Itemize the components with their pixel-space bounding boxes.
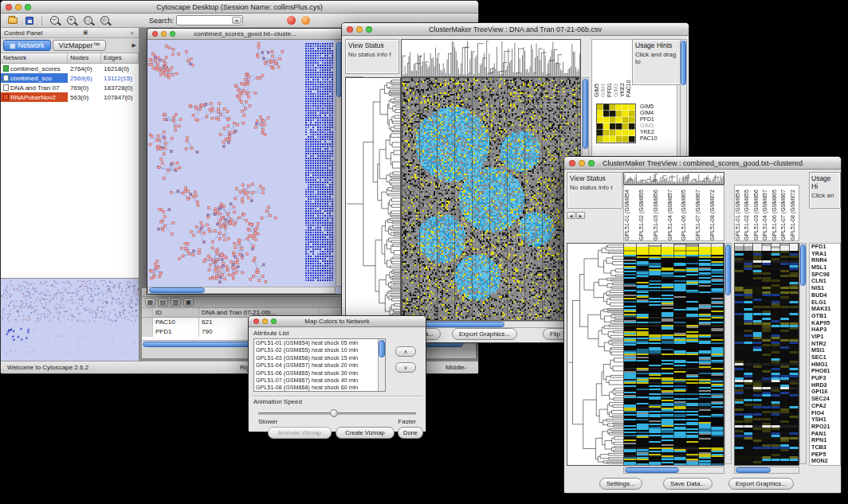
open-session-button[interactable]	[6, 14, 20, 26]
attribute-list-item[interactable]: GPL51-03 (GSM856) heat shock 15 min	[254, 354, 385, 361]
move-down-button[interactable]: ∨	[395, 362, 416, 373]
minimize-button[interactable]	[161, 31, 167, 37]
network-list-item[interactable]: RNAPuberNov2 563(0) 107847(0)	[1, 92, 139, 102]
minimize-button[interactable]	[356, 26, 363, 33]
tab-vizmapper[interactable]: VizMapper™	[53, 40, 107, 51]
network-overview[interactable]	[1, 278, 139, 361]
scrollbar-thumb[interactable]	[681, 41, 686, 85]
gene-row-label[interactable]: GIM4	[640, 110, 658, 116]
row-dendrogram[interactable]	[345, 77, 401, 321]
search-input[interactable]: ▼	[176, 15, 243, 25]
network-name-cell[interactable]: combined_sco	[1, 73, 68, 83]
minimize-button[interactable]	[579, 160, 585, 166]
gene-row-label[interactable]: GIM5	[640, 104, 658, 110]
attribute-list-item[interactable]: GPL51-01 (GSM854) heat shock 05 min	[254, 339, 385, 346]
gene-row-label[interactable]: YKE2	[640, 129, 658, 135]
scrollbar-thumb[interactable]	[625, 467, 679, 473]
column-dendrogram[interactable]	[401, 39, 581, 77]
zoom-selected-button[interactable]: □	[80, 14, 95, 26]
zoom-heatmap[interactable]	[734, 243, 799, 466]
array-column-label[interactable]: GPL51-08 (GSM872	[790, 186, 799, 240]
zoom-fit-button[interactable]: ⌂	[97, 14, 112, 26]
horizontal-scrollbar[interactable]	[147, 287, 336, 294]
attribute-list[interactable]: GPL51-01 (GSM854) heat shock 05 minGPL51…	[253, 338, 386, 392]
export-graphics-button[interactable]: Export Graphics...	[452, 328, 517, 340]
gene-row-label[interactable]: GIM3	[640, 123, 658, 129]
network-name-cell[interactable]: combined_scores	[1, 64, 68, 73]
attribute-list-item[interactable]: GPL51-07 (GSM867) heat shock 40 min	[254, 377, 385, 384]
attribute-list-item[interactable]: GPL51-06 (GSM865) heat shock 30 min	[254, 369, 385, 377]
array-column-label[interactable]: GPL51-02 (GSM855	[744, 186, 752, 240]
zoom-in-button[interactable]: +	[64, 14, 78, 26]
nav-right-button[interactable]: ▶	[576, 212, 585, 219]
zoom-button[interactable]	[271, 318, 277, 324]
array-column-label[interactable]: GPL51-01 (GSM854	[624, 186, 638, 240]
network-name-cell[interactable]: DNA and Tran 07	[1, 83, 68, 92]
close-panel-icon[interactable]: ×	[128, 30, 135, 36]
animate-vizmap-button[interactable]: Animate Vizmap	[268, 427, 332, 439]
scrollbar-thumb[interactable]	[379, 340, 385, 357]
minimize-button[interactable]	[15, 4, 22, 10]
attribute-list-item[interactable]: GPL51-08 (GSM868) heat shock 60 min	[254, 384, 385, 391]
network-list-item[interactable]: combined_scores 2764(0) 16218(0)	[1, 64, 139, 73]
dialog-titlebar[interactable]: Map Colors to Network	[249, 316, 426, 327]
treeview-combined-titlebar[interactable]: ClusterMaker TreeView : combined_scores_…	[564, 157, 841, 170]
gene-column-label[interactable]: GIM4	[600, 49, 607, 97]
gene-row-label[interactable]: PAC10	[640, 135, 658, 142]
save-data-button[interactable]: Save Data...	[663, 478, 713, 490]
scrollbar-thumb[interactable]	[736, 467, 771, 473]
create-attribute-button[interactable]: ▤	[158, 298, 168, 307]
scrollbar-thumb[interactable]	[149, 287, 205, 293]
array-column-label[interactable]: GPL51-04 (GSM857	[667, 186, 681, 240]
array-column-label[interactable]: GPL51-08 (GSM872	[709, 186, 724, 240]
zoom-button[interactable]	[366, 26, 372, 33]
gene-column-label[interactable]: GIM5	[594, 49, 600, 97]
horizontal-scrollbar[interactable]	[623, 467, 724, 474]
done-button[interactable]: Done	[398, 427, 423, 439]
zoom-button[interactable]	[170, 31, 175, 37]
attribute-function-button[interactable]: ▣	[183, 298, 194, 307]
vertical-scrollbar[interactable]	[724, 243, 732, 464]
create-vizmap-button[interactable]: Create Vizmap	[336, 427, 395, 439]
network-view-titlebar[interactable]: combined_scores_good.txt--cluste...	[147, 29, 343, 40]
nav-left-button[interactable]: ◀	[567, 212, 575, 219]
array-column-label[interactable]: GPL51-01 (GSM854	[735, 186, 744, 240]
network-name-cell[interactable]: RNAPuberNov2	[1, 92, 68, 102]
scrollbar-thumb[interactable]	[725, 244, 731, 295]
array-column-label[interactable]: GPL51-06 (GSM865	[771, 186, 780, 240]
combo-arrow-icon[interactable]: ▼	[232, 17, 241, 24]
tab-network[interactable]: ▦ Network	[3, 40, 51, 51]
correlation-matrix[interactable]	[596, 104, 636, 143]
network-canvas[interactable]	[147, 40, 336, 287]
gene-column-label[interactable]: PFD1	[607, 49, 613, 97]
column-id[interactable]: ID	[153, 308, 199, 317]
vertical-scrollbar[interactable]	[799, 243, 807, 464]
export-graphics-button[interactable]: Export Graphics...	[728, 478, 794, 490]
close-button[interactable]	[152, 31, 158, 37]
treeview-dna-titlebar[interactable]: ClusterMaker TreeView : DNA and Tran 07-…	[342, 23, 689, 36]
tab-overflow-button[interactable]: ▶	[132, 42, 136, 49]
attribute-list-item[interactable]: GPL51-04 (GSM857) heat shock 20 min	[254, 361, 385, 369]
gene-row-label[interactable]: PFD1	[640, 116, 658, 123]
horizontal-scrollbar[interactable]	[734, 467, 799, 474]
network-list-item[interactable]: combined_sco 2569(6) 13112(15)	[1, 73, 139, 83]
warning-indicator-icon[interactable]	[301, 16, 310, 25]
column-edges[interactable]: Edges	[101, 53, 139, 63]
array-column-label[interactable]: GPL51-07 (GSM867	[780, 186, 789, 240]
gene-column-label[interactable]: GIM3	[613, 49, 619, 97]
horizontal-scrollbar[interactable]	[401, 321, 581, 328]
delete-attribute-button[interactable]: ▥	[171, 298, 181, 307]
zoom-button[interactable]	[588, 160, 595, 166]
animation-speed-slider[interactable]	[258, 409, 416, 417]
array-column-label[interactable]: GPL51-03 (GSM856	[653, 186, 667, 240]
scrollbar-thumb[interactable]	[583, 79, 588, 149]
array-column-label[interactable]: GPL51-03 (GSM856	[753, 186, 762, 240]
gene-column-label[interactable]: YKE2	[619, 49, 626, 97]
zoom-out-button[interactable]: −	[47, 14, 61, 26]
column-dendrogram[interactable]	[623, 172, 724, 185]
close-button[interactable]	[347, 26, 353, 33]
error-indicator-icon[interactable]	[287, 16, 296, 25]
network-list-item[interactable]: DNA and Tran 07 769(0) 183728(0)	[1, 83, 139, 92]
settings-button[interactable]: Settings...	[599, 478, 642, 490]
minimize-button[interactable]	[262, 318, 268, 324]
